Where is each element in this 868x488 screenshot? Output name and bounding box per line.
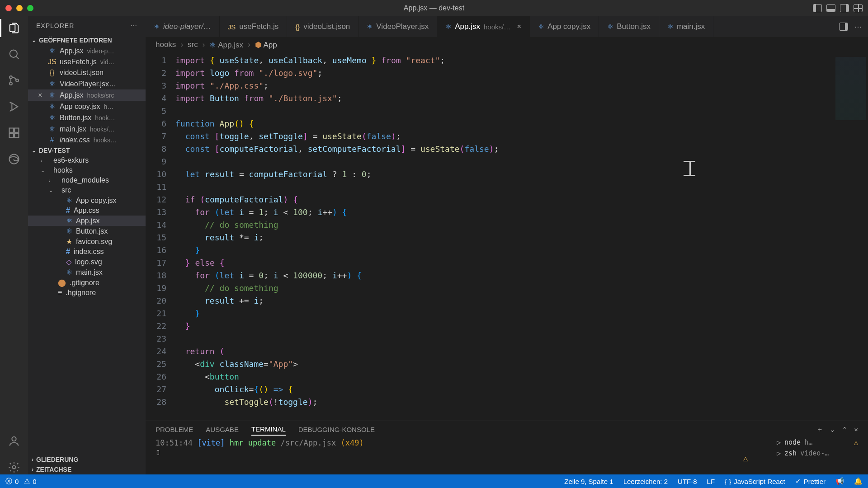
outline-header[interactable]: ›GLIEDERUNG: [28, 455, 146, 465]
open-editor-item[interactable]: ⚛App copy.jsx h…: [28, 101, 146, 112]
extensions-icon[interactable]: [7, 126, 21, 140]
toggle-secondary-sidebar-icon[interactable]: [840, 4, 849, 12]
open-editor-item[interactable]: ⚛Button.jsx hook…: [28, 112, 146, 123]
terminal-dropdown-icon[interactable]: ⌄: [830, 426, 835, 434]
toggle-panel-icon[interactable]: [826, 4, 835, 12]
tree-item[interactable]: ⚛Button.jsx: [28, 226, 146, 236]
code-editor[interactable]: 1234567891011121314151617181920212223242…: [146, 52, 828, 420]
file-icon: ⚛: [66, 196, 72, 205]
panel-tab[interactable]: AUSGABE: [206, 424, 239, 435]
prettier-status[interactable]: ✓ Prettier: [795, 477, 826, 485]
editor-tab[interactable]: ⚛main.jsx: [659, 16, 713, 37]
tree-item[interactable]: ⌄hooks: [28, 165, 146, 175]
errors-count[interactable]: ⓧ 0: [5, 477, 19, 486]
tree-item[interactable]: ⚛main.jsx: [28, 267, 146, 277]
editor-tab[interactable]: ⚛Button.jsx: [599, 16, 659, 37]
tree-item[interactable]: ★favicon.svg: [28, 236, 146, 247]
edge-icon[interactable]: [7, 152, 21, 166]
file-icon: #: [66, 248, 70, 256]
tree-item[interactable]: #index.css: [28, 247, 146, 257]
minimize-window-icon[interactable]: [16, 5, 23, 11]
open-editors-header[interactable]: ⌄GEÖFFNETE EDITOREN: [28, 35, 146, 45]
tree-item[interactable]: ›node_modules: [28, 175, 146, 185]
open-editor-item[interactable]: {}videoList.json: [28, 67, 146, 78]
chevron-icon: ›: [41, 158, 46, 163]
warnings-count[interactable]: ⚠ 0: [24, 477, 36, 485]
breadcrumb[interactable]: hooks›src›⚛ App.jsx›⬢ App: [146, 37, 868, 52]
status-bar: ⓧ 0 ⚠ 0 Zeile 9, Spalte 1 Leerzeichen: 2…: [0, 474, 868, 488]
tree-item[interactable]: #App.css: [28, 206, 146, 216]
more-icon[interactable]: ⋯: [854, 23, 862, 31]
toggle-sidebar-icon[interactable]: [813, 4, 822, 12]
language-mode[interactable]: { } JavaScript React: [725, 478, 785, 485]
panel-tab[interactable]: TERMINAL: [251, 423, 286, 436]
cursor-position[interactable]: Zeile 9, Spalte 1: [564, 478, 613, 485]
tree-item[interactable]: ◇logo.svg: [28, 257, 146, 267]
maximize-panel-icon[interactable]: ⌃: [842, 426, 848, 434]
window-title: App.jsx — dev-test: [404, 4, 464, 12]
open-editor-item[interactable]: ⚛App.jsx video-p…: [28, 45, 146, 56]
open-editor-item[interactable]: ×⚛App.jsx hooks/src: [28, 89, 146, 101]
close-editor-icon[interactable]: ×: [36, 91, 44, 99]
svg-rect-7: [14, 128, 19, 132]
breadcrumb-segment[interactable]: hooks: [156, 40, 176, 49]
editor-tab[interactable]: ⚛ideo-player/…: [146, 16, 220, 37]
new-terminal-icon[interactable]: ＋: [816, 425, 823, 434]
file-icon: ⚛: [48, 102, 56, 111]
file-icon: ⚛: [66, 216, 72, 225]
sidebar-title: EXPLORER ⋯: [28, 16, 146, 35]
tree-item[interactable]: ⌄src: [28, 185, 146, 195]
account-icon[interactable]: [7, 434, 21, 448]
scm-icon[interactable]: [7, 73, 21, 88]
breadcrumb-segment[interactable]: ⚛ App.jsx: [209, 40, 243, 50]
file-icon: ⚛: [667, 23, 673, 31]
close-window-icon[interactable]: [5, 5, 12, 11]
tree-item[interactable]: ⬤.gitignore: [28, 277, 146, 288]
feedback-icon[interactable]: 📢: [835, 477, 844, 485]
editor-tab[interactable]: ⚛VideoPlayer.jsx: [359, 16, 437, 37]
open-editor-item[interactable]: #index.css hooks…: [28, 135, 146, 145]
timeline-header[interactable]: ›ZEITACHSE: [28, 465, 146, 474]
open-editor-item[interactable]: ⚛VideoPlayer.jsx…: [28, 78, 146, 89]
open-editor-item[interactable]: ⚛main.jsx hooks/…: [28, 123, 146, 135]
code-lines[interactable]: import { useState, useCallback, useMemo …: [173, 52, 828, 420]
editor-tab[interactable]: ⚛App copy.jsx: [530, 16, 599, 37]
search-icon[interactable]: [7, 47, 21, 61]
terminal-output[interactable]: 10:51:44 [vite] hmr update /src/App.jsx …: [156, 438, 777, 474]
close-tab-icon[interactable]: ×: [517, 22, 521, 31]
breadcrumb-segment[interactable]: src: [188, 40, 198, 49]
notifications-icon[interactable]: 🔔: [854, 477, 863, 485]
customize-layout-icon[interactable]: [854, 4, 863, 12]
chevron-icon: ›: [49, 178, 54, 183]
eol[interactable]: LF: [707, 478, 715, 485]
tree-item[interactable]: ›es6-exkurs: [28, 155, 146, 165]
text-cursor-icon: [684, 161, 695, 176]
editor-tab[interactable]: ⚛App.jsxhooks/…×: [437, 16, 530, 37]
terminal-session[interactable]: ▷nodeh…△: [777, 438, 858, 446]
file-icon: ⚛: [154, 23, 160, 31]
panel-tab[interactable]: DEBUGGING-KONSOLE: [298, 424, 375, 435]
split-editor-icon[interactable]: [839, 23, 848, 31]
more-icon[interactable]: ⋯: [131, 22, 137, 29]
file-icon: ⚛: [538, 23, 544, 31]
indentation[interactable]: Leerzeichen: 2: [623, 478, 668, 485]
explorer-icon[interactable]: [7, 21, 21, 35]
editor-tab[interactable]: {}videoList.json: [287, 16, 359, 37]
layout-controls: [813, 4, 863, 12]
encoding[interactable]: UTF-8: [678, 478, 697, 485]
tree-item[interactable]: ≡.hgignore: [28, 288, 146, 298]
breadcrumb-segment[interactable]: ⬢ App: [255, 40, 277, 50]
editor-tab[interactable]: JSuseFetch.js: [220, 16, 287, 37]
tree-item[interactable]: ⚛App.jsx: [28, 216, 146, 226]
tree-item[interactable]: ⚛App copy.jsx: [28, 195, 146, 206]
zoom-window-icon[interactable]: [27, 5, 33, 11]
project-header[interactable]: ⌄DEV-TEST: [28, 145, 146, 155]
close-panel-icon[interactable]: ×: [854, 426, 858, 433]
open-editor-item[interactable]: JSuseFetch.js vid…: [28, 56, 146, 67]
debug-icon[interactable]: [7, 99, 21, 114]
panel-tab[interactable]: PROBLEME: [156, 424, 193, 435]
minimap[interactable]: [828, 52, 868, 420]
settings-gear-icon[interactable]: [7, 460, 21, 474]
warning-triangle-icon[interactable]: △: [743, 454, 868, 463]
svg-point-9: [12, 437, 16, 441]
